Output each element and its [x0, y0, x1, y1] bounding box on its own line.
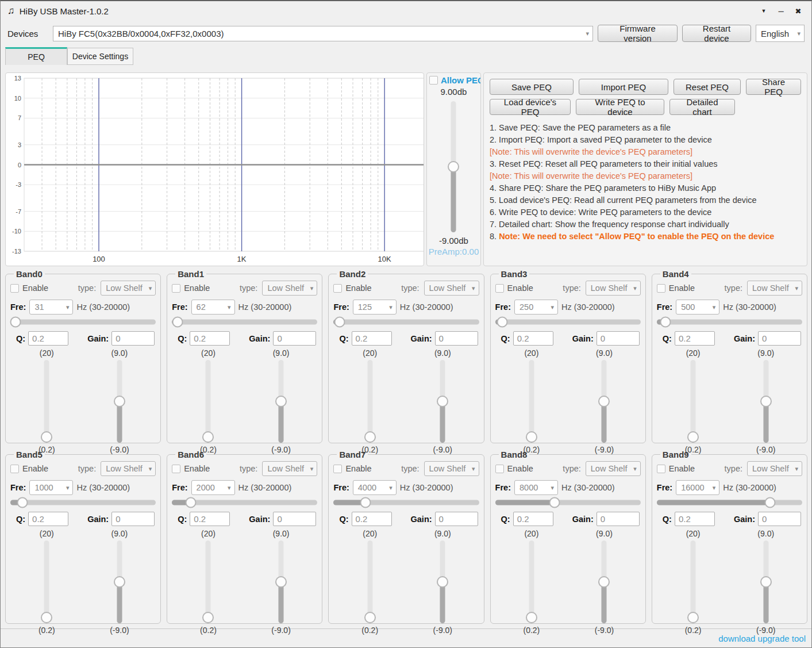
gain-input[interactable]: 0 [758, 331, 801, 346]
load-device-peq-button[interactable]: Load device's PEQ [490, 99, 571, 115]
gain-slider-handle[interactable] [760, 576, 772, 588]
gain-slider[interactable] [275, 540, 287, 623]
frequency-select[interactable]: 250 ▾ [514, 300, 558, 315]
write-peq-button[interactable]: Write PEQ to device [576, 99, 664, 115]
minimize-icon[interactable]: ─ [772, 3, 790, 18]
gain-slider[interactable] [760, 540, 772, 623]
filter-type-select[interactable]: Low Shelf ▾ [262, 281, 317, 296]
gain-input[interactable]: 0 [111, 512, 155, 526]
q-slider-track[interactable] [691, 360, 696, 443]
enable-checkbox[interactable] [333, 465, 342, 473]
frequency-slider[interactable] [172, 316, 317, 328]
filter-type-select[interactable]: Low Shelf ▾ [262, 461, 317, 476]
q-slider[interactable] [364, 360, 376, 443]
gain-slider-handle[interactable] [275, 396, 287, 407]
filter-type-select[interactable]: Low Shelf ▾ [747, 281, 802, 296]
enable-checkbox[interactable] [172, 284, 180, 293]
gain-slider[interactable] [113, 360, 126, 443]
frequency-slider[interactable] [172, 497, 317, 508]
gain-slider[interactable] [275, 360, 287, 443]
gain-slider-handle[interactable] [598, 396, 610, 407]
window-menu-icon[interactable]: ▼ [755, 3, 772, 18]
q-input[interactable]: 0.2 [352, 512, 392, 526]
restart-device-button[interactable]: Restart device [682, 25, 751, 42]
q-input[interactable]: 0.2 [190, 512, 230, 526]
q-slider-handle[interactable] [364, 431, 376, 443]
frequency-select[interactable]: 62 ▾ [191, 300, 235, 315]
q-slider-handle[interactable] [687, 612, 699, 623]
import-peq-button[interactable]: Import PEQ [579, 79, 668, 95]
enable-checkbox[interactable] [657, 465, 665, 473]
frequency-slider-handle[interactable] [334, 317, 345, 328]
filter-type-select[interactable]: Low Shelf ▾ [424, 281, 479, 296]
frequency-slider-track[interactable] [333, 320, 479, 325]
frequency-slider[interactable] [10, 497, 156, 508]
gain-slider-handle[interactable] [598, 576, 610, 588]
device-select[interactable]: HiBy FC5(0x32BB/0x0004,0xFF32,0x0003) ▾ [53, 26, 593, 41]
q-input[interactable]: 0.2 [28, 512, 68, 526]
frequency-select[interactable]: 4000 ▾ [353, 480, 397, 495]
frequency-slider-track[interactable] [10, 500, 156, 505]
q-slider-track[interactable] [529, 540, 534, 623]
frequency-slider-track[interactable] [495, 320, 641, 325]
frequency-slider-track[interactable] [172, 320, 317, 325]
frequency-slider-handle[interactable] [185, 497, 196, 508]
frequency-select[interactable]: 16000 ▾ [676, 480, 719, 495]
frequency-slider-track[interactable] [495, 500, 641, 505]
q-slider-track[interactable] [206, 360, 211, 443]
gain-input[interactable]: 0 [111, 331, 155, 346]
q-slider-track[interactable] [44, 540, 49, 623]
gain-slider-handle[interactable] [437, 396, 448, 407]
q-slider[interactable] [687, 360, 699, 443]
frequency-slider[interactable] [495, 497, 641, 508]
gain-input[interactable]: 0 [597, 512, 640, 526]
gain-slider[interactable] [113, 540, 126, 623]
q-input[interactable]: 0.2 [28, 331, 68, 346]
frequency-slider[interactable] [333, 316, 479, 328]
gain-slider-handle[interactable] [760, 396, 772, 407]
filter-type-select[interactable]: Low Shelf ▾ [747, 461, 802, 476]
frequency-select[interactable]: 125 ▾ [353, 300, 397, 315]
frequency-select[interactable]: 8000 ▾ [514, 480, 558, 495]
enable-checkbox[interactable] [495, 284, 504, 293]
gain-input[interactable]: 0 [273, 331, 316, 346]
frequency-slider-handle[interactable] [172, 317, 183, 328]
filter-type-select[interactable]: Low Shelf ▾ [424, 461, 479, 476]
enable-checkbox[interactable] [495, 465, 504, 473]
frequency-slider-track[interactable] [333, 500, 479, 505]
filter-type-select[interactable]: Low Shelf ▾ [586, 461, 641, 476]
gain-slider[interactable] [598, 360, 610, 443]
q-slider[interactable] [525, 360, 538, 443]
allow-peq-checkbox[interactable] [429, 76, 438, 85]
q-slider[interactable] [687, 540, 699, 623]
q-input[interactable]: 0.2 [352, 331, 392, 346]
gain-input[interactable]: 0 [273, 512, 316, 526]
frequency-slider-track[interactable] [10, 320, 156, 325]
q-slider[interactable] [40, 540, 53, 623]
q-slider-handle[interactable] [41, 612, 52, 623]
q-input[interactable]: 0.2 [675, 331, 715, 346]
frequency-slider[interactable] [657, 316, 802, 328]
q-slider-handle[interactable] [41, 431, 52, 443]
tab-device-settings[interactable]: Device Settings [67, 48, 133, 65]
language-select[interactable]: English ▾ [756, 25, 805, 42]
q-slider[interactable] [202, 360, 214, 443]
q-slider-handle[interactable] [526, 612, 537, 623]
q-slider-handle[interactable] [202, 431, 214, 443]
frequency-slider[interactable] [333, 497, 479, 508]
q-slider[interactable] [202, 540, 214, 623]
q-slider-track[interactable] [529, 360, 534, 443]
tab-peq[interactable]: PEQ [5, 47, 67, 65]
gain-input[interactable]: 0 [435, 512, 478, 526]
q-slider-handle[interactable] [202, 612, 214, 623]
q-slider-handle[interactable] [687, 431, 699, 443]
frequency-slider-handle[interactable] [549, 497, 560, 508]
frequency-slider[interactable] [657, 497, 802, 508]
frequency-slider-handle[interactable] [360, 497, 371, 508]
q-slider-track[interactable] [367, 540, 372, 623]
gain-input[interactable]: 0 [435, 331, 478, 346]
preamp-slider-handle[interactable] [448, 161, 459, 172]
gain-input[interactable]: 0 [597, 331, 640, 346]
frequency-slider[interactable] [10, 316, 156, 328]
q-slider-track[interactable] [44, 360, 49, 443]
